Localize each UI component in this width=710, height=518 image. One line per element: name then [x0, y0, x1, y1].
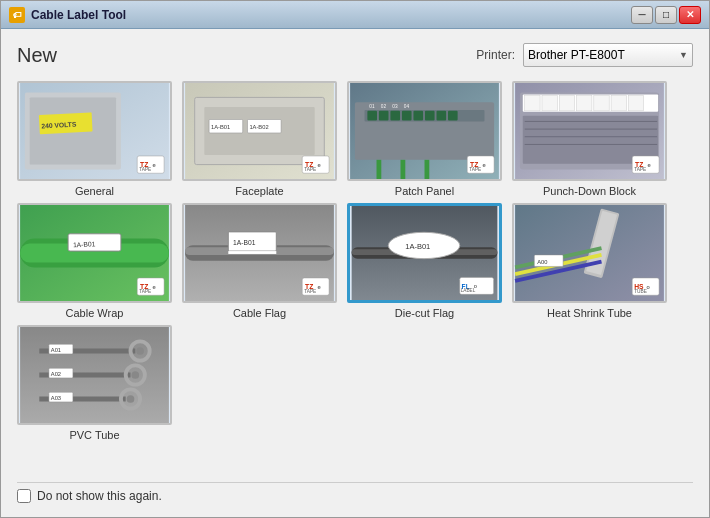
svg-rect-49 [594, 95, 609, 110]
svg-rect-48 [577, 95, 592, 110]
svg-text:A03: A03 [51, 395, 61, 401]
svg-point-107 [131, 371, 139, 379]
page-title: New [17, 44, 57, 67]
heat-shrink-thumb: A00 HS o TUBE [512, 203, 667, 303]
svg-text:01: 01 [369, 104, 375, 109]
svg-text:e: e [483, 162, 486, 168]
svg-rect-45 [525, 95, 540, 110]
svg-text:1A-B01: 1A-B01 [211, 124, 230, 130]
svg-text:TUBE: TUBE [634, 289, 647, 294]
printer-label: Printer: [476, 48, 515, 62]
svg-text:A00: A00 [537, 259, 547, 265]
label-type-grid: 240 VOLTS TZ e TAPE General [17, 81, 693, 474]
svg-text:A01: A01 [51, 347, 61, 353]
svg-text:A02: A02 [51, 371, 61, 377]
svg-text:e: e [153, 284, 156, 290]
window-title: Cable Label Tool [31, 8, 631, 22]
svg-text:LABEL: LABEL [461, 288, 476, 293]
die-cut-flag-label: Die-cut Flag [395, 307, 454, 319]
svg-text:04: 04 [404, 104, 410, 109]
svg-text:TAPE: TAPE [304, 289, 316, 294]
patch-panel-label: Patch Panel [395, 185, 454, 197]
svg-rect-46 [542, 95, 557, 110]
svg-text:e: e [153, 162, 156, 168]
patch-panel-thumb: 01 02 03 04 TZ e TAPE [347, 81, 502, 181]
cable-wrap-thumb: 1A-B01 TZ e TAPE [17, 203, 172, 303]
faceplate-label: Faceplate [235, 185, 283, 197]
svg-text:03: 03 [392, 104, 398, 109]
punch-down-thumb: TZ e TAPE [512, 81, 667, 181]
minimize-button[interactable]: ─ [631, 6, 653, 24]
list-item[interactable]: A01 A02 A03 PVC Tube [17, 325, 172, 441]
svg-text:e: e [648, 162, 651, 168]
svg-text:1A-B01: 1A-B01 [405, 242, 430, 251]
list-item[interactable]: 1A-B01 1A-B02 TZ e TAPE Faceplate [182, 81, 337, 197]
cable-flag-label: Cable Flag [233, 307, 286, 319]
svg-point-110 [127, 395, 135, 403]
svg-text:e: e [318, 162, 321, 168]
svg-text:1A-B02: 1A-B02 [249, 124, 268, 130]
svg-rect-33 [448, 111, 458, 121]
close-button[interactable]: ✕ [679, 6, 701, 24]
printer-select[interactable]: Brother PT-E800T Brother PT-9700PC [523, 43, 693, 67]
list-item[interactable]: 1A-B01 FL o LABEL Die-cut Flag [347, 203, 502, 319]
top-row: New Printer: Brother PT-E800T Brother PT… [17, 43, 693, 67]
grid-row-1: 240 VOLTS TZ e TAPE General [17, 81, 693, 197]
list-item[interactable]: A00 HS o TUBE Heat Shrink Tube [512, 203, 667, 319]
svg-rect-29 [402, 111, 412, 121]
svg-text:TAPE: TAPE [469, 167, 481, 172]
window-icon: 🏷 [9, 7, 25, 23]
list-item[interactable]: 1A-B01 TZ e TAPE Cable Flag [182, 203, 337, 319]
die-cut-flag-thumb: 1A-B01 FL o LABEL [347, 203, 502, 303]
svg-text:TAPE: TAPE [139, 167, 151, 172]
svg-point-104 [136, 347, 144, 355]
grid-row-2: 1A-B01 TZ e TAPE Cable Wrap [17, 203, 693, 319]
svg-text:e: e [318, 284, 321, 290]
main-window: 🏷 Cable Label Tool ─ □ ✕ New Printer: Br… [0, 0, 710, 518]
svg-text:1A-B01: 1A-B01 [73, 240, 96, 248]
svg-text:o: o [647, 284, 650, 290]
printer-row: Printer: Brother PT-E800T Brother PT-970… [476, 43, 693, 67]
svg-rect-32 [437, 111, 447, 121]
footer-row: Do not show this again. [17, 482, 693, 503]
svg-rect-26 [367, 111, 377, 121]
heat-shrink-label: Heat Shrink Tube [547, 307, 632, 319]
pvc-tube-thumb: A01 A02 A03 [17, 325, 172, 425]
svg-rect-50 [611, 95, 626, 110]
svg-rect-28 [390, 111, 400, 121]
list-item[interactable]: TZ e TAPE Punch-Down Block [512, 81, 667, 197]
svg-text:TAPE: TAPE [139, 289, 151, 294]
svg-text:TAPE: TAPE [634, 167, 646, 172]
grid-row-3: A01 A02 A03 PVC Tube [17, 325, 693, 441]
svg-rect-31 [425, 111, 435, 121]
list-item[interactable]: 240 VOLTS TZ e TAPE General [17, 81, 172, 197]
do-not-show-row: Do not show this again. [17, 489, 162, 503]
svg-rect-51 [628, 95, 643, 110]
title-bar-buttons: ─ □ ✕ [631, 6, 701, 24]
svg-text:TAPE: TAPE [304, 167, 316, 172]
faceplate-thumb: 1A-B01 1A-B02 TZ e TAPE [182, 81, 337, 181]
do-not-show-checkbox[interactable] [17, 489, 31, 503]
svg-text:02: 02 [381, 104, 387, 109]
list-item[interactable]: 1A-B01 TZ e TAPE Cable Wrap [17, 203, 172, 319]
do-not-show-label[interactable]: Do not show this again. [37, 489, 162, 503]
general-thumb: 240 VOLTS TZ e TAPE [17, 81, 172, 181]
svg-text:1A-B01: 1A-B01 [233, 239, 256, 246]
list-item[interactable]: 01 02 03 04 TZ e TAPE Patch Panel [347, 81, 502, 197]
svg-rect-47 [559, 95, 574, 110]
maximize-button[interactable]: □ [655, 6, 677, 24]
svg-rect-74 [228, 251, 276, 254]
printer-select-wrap: Brother PT-E800T Brother PT-9700PC [523, 43, 693, 67]
svg-rect-27 [379, 111, 389, 121]
title-bar: 🏷 Cable Label Tool ─ □ ✕ [1, 1, 709, 29]
general-label: General [75, 185, 114, 197]
content-area: New Printer: Brother PT-E800T Brother PT… [1, 29, 709, 517]
pvc-tube-label: PVC Tube [69, 429, 119, 441]
punch-down-label: Punch-Down Block [543, 185, 636, 197]
cable-flag-thumb: 1A-B01 TZ e TAPE [182, 203, 337, 303]
svg-rect-30 [413, 111, 423, 121]
cable-wrap-label: Cable Wrap [66, 307, 124, 319]
